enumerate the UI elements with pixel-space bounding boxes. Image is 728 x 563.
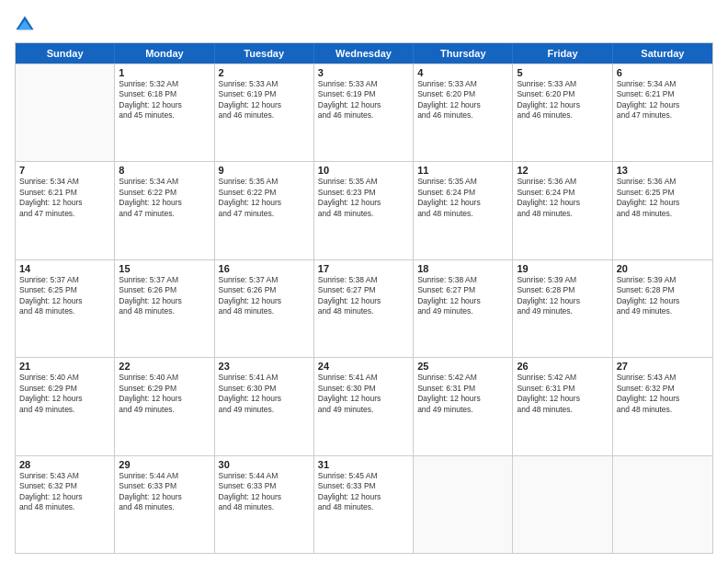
day-number: 2	[219, 67, 310, 78]
day-info: Sunrise: 5:40 AM Sunset: 6:29 PM Dayligh…	[19, 373, 110, 415]
header-day-sunday: Sunday	[16, 43, 115, 63]
day-number: 3	[318, 67, 409, 78]
calendar-cell-18: 18Sunrise: 5:38 AM Sunset: 6:27 PM Dayli…	[414, 260, 513, 357]
day-info: Sunrise: 5:37 AM Sunset: 6:25 PM Dayligh…	[19, 275, 110, 317]
day-info: Sunrise: 5:41 AM Sunset: 6:30 PM Dayligh…	[219, 373, 310, 415]
day-info: Sunrise: 5:39 AM Sunset: 6:28 PM Dayligh…	[517, 275, 608, 317]
day-info: Sunrise: 5:40 AM Sunset: 6:29 PM Dayligh…	[119, 373, 210, 415]
day-number: 22	[119, 361, 210, 372]
day-info: Sunrise: 5:44 AM Sunset: 6:33 PM Dayligh…	[219, 471, 310, 513]
calendar-cell-2: 2Sunrise: 5:33 AM Sunset: 6:19 PM Daylig…	[215, 64, 314, 161]
calendar-cell-19: 19Sunrise: 5:39 AM Sunset: 6:28 PM Dayli…	[513, 260, 612, 357]
calendar-cell-16: 16Sunrise: 5:37 AM Sunset: 6:26 PM Dayli…	[215, 260, 314, 357]
day-number: 5	[517, 67, 608, 78]
day-info: Sunrise: 5:37 AM Sunset: 6:26 PM Dayligh…	[219, 275, 310, 317]
calendar-cell-31: 31Sunrise: 5:45 AM Sunset: 6:33 PM Dayli…	[314, 456, 414, 553]
calendar-cell-empty	[16, 64, 115, 161]
calendar-cell-9: 9Sunrise: 5:35 AM Sunset: 6:22 PM Daylig…	[215, 162, 314, 259]
calendar-cell-8: 8Sunrise: 5:34 AM Sunset: 6:22 PM Daylig…	[115, 162, 214, 259]
day-info: Sunrise: 5:41 AM Sunset: 6:30 PM Dayligh…	[318, 373, 409, 415]
calendar-cell-11: 11Sunrise: 5:35 AM Sunset: 6:24 PM Dayli…	[414, 162, 513, 259]
day-number: 12	[517, 165, 608, 176]
calendar-row: 7Sunrise: 5:34 AM Sunset: 6:21 PM Daylig…	[16, 161, 712, 259]
calendar-cell-21: 21Sunrise: 5:40 AM Sunset: 6:29 PM Dayli…	[16, 358, 115, 454]
day-number: 19	[517, 263, 608, 274]
day-number: 13	[617, 165, 709, 176]
day-info: Sunrise: 5:35 AM Sunset: 6:24 PM Dayligh…	[417, 177, 508, 219]
calendar-header: SundayMondayTuesdayWednesdayThursdayFrid…	[16, 43, 712, 63]
day-number: 24	[318, 361, 409, 372]
logo-icon	[15, 15, 35, 35]
calendar-cell-20: 20Sunrise: 5:39 AM Sunset: 6:28 PM Dayli…	[613, 260, 712, 357]
calendar-cell-empty	[414, 456, 513, 553]
day-number: 20	[617, 263, 709, 274]
day-info: Sunrise: 5:33 AM Sunset: 6:19 PM Dayligh…	[318, 79, 409, 121]
calendar-cell-6: 6Sunrise: 5:34 AM Sunset: 6:21 PM Daylig…	[613, 64, 712, 161]
header-day-tuesday: Tuesday	[215, 43, 314, 63]
day-number: 11	[417, 165, 508, 176]
day-number: 28	[19, 459, 110, 470]
day-number: 18	[417, 263, 508, 274]
header-day-wednesday: Wednesday	[314, 43, 414, 63]
day-info: Sunrise: 5:33 AM Sunset: 6:19 PM Dayligh…	[219, 79, 310, 121]
day-number: 21	[19, 361, 110, 372]
calendar-cell-12: 12Sunrise: 5:36 AM Sunset: 6:24 PM Dayli…	[513, 162, 612, 259]
header-day-saturday: Saturday	[613, 43, 712, 63]
day-number: 16	[219, 263, 310, 274]
day-number: 23	[219, 361, 310, 372]
day-number: 25	[417, 361, 508, 372]
day-number: 15	[119, 263, 210, 274]
day-info: Sunrise: 5:35 AM Sunset: 6:23 PM Dayligh…	[318, 177, 409, 219]
calendar-cell-1: 1Sunrise: 5:32 AM Sunset: 6:18 PM Daylig…	[115, 64, 214, 161]
day-info: Sunrise: 5:34 AM Sunset: 6:22 PM Dayligh…	[119, 177, 210, 219]
day-number: 7	[19, 165, 110, 176]
calendar-cell-27: 27Sunrise: 5:43 AM Sunset: 6:32 PM Dayli…	[613, 358, 712, 454]
day-number: 4	[417, 67, 508, 78]
calendar-cell-14: 14Sunrise: 5:37 AM Sunset: 6:25 PM Dayli…	[16, 260, 115, 357]
day-info: Sunrise: 5:37 AM Sunset: 6:26 PM Dayligh…	[119, 275, 210, 317]
day-number: 29	[119, 459, 210, 470]
calendar-cell-29: 29Sunrise: 5:44 AM Sunset: 6:33 PM Dayli…	[115, 456, 214, 553]
day-number: 1	[119, 67, 210, 78]
calendar-cell-13: 13Sunrise: 5:36 AM Sunset: 6:25 PM Dayli…	[613, 162, 712, 259]
calendar: SundayMondayTuesdayWednesdayThursdayFrid…	[15, 42, 713, 554]
day-number: 9	[219, 165, 310, 176]
day-number: 8	[119, 165, 210, 176]
calendar-cell-15: 15Sunrise: 5:37 AM Sunset: 6:26 PM Dayli…	[115, 260, 214, 357]
calendar-cell-28: 28Sunrise: 5:43 AM Sunset: 6:32 PM Dayli…	[16, 456, 115, 553]
calendar-cell-10: 10Sunrise: 5:35 AM Sunset: 6:23 PM Dayli…	[314, 162, 414, 259]
calendar-cell-30: 30Sunrise: 5:44 AM Sunset: 6:33 PM Dayli…	[215, 456, 314, 553]
day-info: Sunrise: 5:33 AM Sunset: 6:20 PM Dayligh…	[417, 79, 508, 121]
day-info: Sunrise: 5:43 AM Sunset: 6:32 PM Dayligh…	[19, 471, 110, 513]
day-info: Sunrise: 5:43 AM Sunset: 6:32 PM Dayligh…	[617, 373, 709, 415]
logo	[15, 15, 37, 35]
calendar-row: 1Sunrise: 5:32 AM Sunset: 6:18 PM Daylig…	[16, 63, 712, 161]
header	[15, 15, 713, 35]
calendar-cell-26: 26Sunrise: 5:42 AM Sunset: 6:31 PM Dayli…	[513, 358, 612, 454]
header-day-monday: Monday	[115, 43, 214, 63]
day-info: Sunrise: 5:34 AM Sunset: 6:21 PM Dayligh…	[617, 79, 709, 121]
day-number: 10	[318, 165, 409, 176]
day-number: 30	[219, 459, 310, 470]
day-info: Sunrise: 5:39 AM Sunset: 6:28 PM Dayligh…	[617, 275, 709, 317]
calendar-cell-5: 5Sunrise: 5:33 AM Sunset: 6:20 PM Daylig…	[513, 64, 612, 161]
day-number: 14	[19, 263, 110, 274]
calendar-cell-empty	[513, 456, 612, 553]
calendar-cell-3: 3Sunrise: 5:33 AM Sunset: 6:19 PM Daylig…	[314, 64, 414, 161]
day-number: 26	[517, 361, 608, 372]
header-day-friday: Friday	[513, 43, 612, 63]
day-info: Sunrise: 5:36 AM Sunset: 6:25 PM Dayligh…	[617, 177, 709, 219]
calendar-cell-23: 23Sunrise: 5:41 AM Sunset: 6:30 PM Dayli…	[215, 358, 314, 454]
calendar-cell-22: 22Sunrise: 5:40 AM Sunset: 6:29 PM Dayli…	[115, 358, 214, 454]
day-info: Sunrise: 5:38 AM Sunset: 6:27 PM Dayligh…	[417, 275, 508, 317]
day-number: 17	[318, 263, 409, 274]
header-day-thursday: Thursday	[414, 43, 513, 63]
day-number: 31	[318, 459, 409, 470]
calendar-body: 1Sunrise: 5:32 AM Sunset: 6:18 PM Daylig…	[16, 63, 712, 553]
day-info: Sunrise: 5:33 AM Sunset: 6:20 PM Dayligh…	[517, 79, 608, 121]
page: SundayMondayTuesdayWednesdayThursdayFrid…	[0, 0, 728, 563]
calendar-cell-empty	[613, 456, 712, 553]
day-info: Sunrise: 5:44 AM Sunset: 6:33 PM Dayligh…	[119, 471, 210, 513]
day-info: Sunrise: 5:45 AM Sunset: 6:33 PM Dayligh…	[318, 471, 409, 513]
day-info: Sunrise: 5:38 AM Sunset: 6:27 PM Dayligh…	[318, 275, 409, 317]
